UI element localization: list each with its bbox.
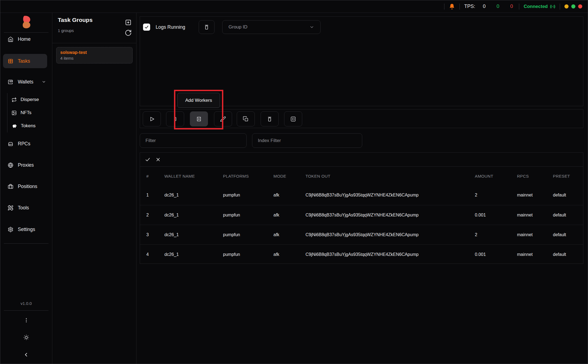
duplicate-worker-button[interactable] bbox=[237, 111, 255, 126]
column-header-rpcs: RPCS bbox=[517, 174, 553, 178]
table-header-row: # WALLET NAME PLATFORMS MODE TOKEN OUT A… bbox=[140, 167, 583, 185]
home-icon bbox=[8, 36, 13, 42]
edit-worker-button[interactable] bbox=[214, 111, 232, 126]
sidebar-item-label: Tokens bbox=[21, 123, 36, 129]
sidebar-item-label: Tools bbox=[18, 205, 29, 211]
sidebar-item-positions[interactable]: Positions bbox=[0, 181, 52, 192]
braces-icon bbox=[290, 116, 296, 122]
cell-num: 3 bbox=[146, 232, 164, 237]
add-workers-button[interactable] bbox=[190, 111, 208, 126]
topbar-divider bbox=[444, 4, 444, 10]
cell-mode: afk bbox=[273, 193, 306, 198]
cell-token-out: C9jNi6B8qB37sBuYjgAs935tqqWZYNHE4ZkEN6CA… bbox=[306, 193, 475, 198]
column-header-amount: AMOUNT bbox=[475, 174, 517, 178]
sidebar-item-settings[interactable]: Settings bbox=[0, 224, 52, 235]
tasks-grid-icon bbox=[8, 58, 13, 64]
refresh-groups-button[interactable] bbox=[125, 29, 132, 36]
task-group-item-count: 4 items bbox=[60, 56, 129, 61]
logs-running-checkbox[interactable] bbox=[143, 24, 150, 31]
add-group-button[interactable] bbox=[125, 19, 132, 26]
table-row[interactable]: 2 dc26_1 pumpfun afk C9jNi6B8qB37sBuYjgA… bbox=[140, 205, 583, 225]
index-filter-input[interactable] bbox=[252, 133, 362, 148]
selection-action-bar bbox=[140, 153, 583, 167]
sidebar-item-proxies[interactable]: Proxies bbox=[0, 160, 52, 171]
pen-icon bbox=[220, 116, 226, 122]
theme-toggle-button[interactable] bbox=[0, 334, 52, 340]
globe-icon bbox=[8, 162, 13, 168]
sidebar-item-label: NFTs bbox=[21, 110, 32, 115]
topbar-divider bbox=[459, 4, 460, 10]
app-version: v1.0.0 bbox=[0, 301, 52, 306]
sidebar-item-label: Positions bbox=[18, 184, 37, 189]
maximize-window-button[interactable] bbox=[571, 4, 575, 8]
delete-logs-button[interactable] bbox=[199, 20, 215, 34]
chevron-down-icon bbox=[309, 25, 314, 30]
cell-preset: default bbox=[553, 252, 583, 257]
sidebar-item-tokens[interactable]: Tokens bbox=[7, 119, 52, 132]
cell-wallet-name: dc26_1 bbox=[164, 232, 223, 237]
edit-json-button[interactable] bbox=[284, 111, 302, 126]
column-header-wallet-name: WALLET NAME bbox=[164, 174, 223, 178]
add-square-icon bbox=[196, 116, 202, 122]
task-groups-title: Task Groups bbox=[58, 17, 93, 23]
minimize-window-button[interactable] bbox=[564, 4, 569, 8]
task-group-item[interactable]: solswap-test 4 items bbox=[56, 47, 133, 63]
filter-input[interactable] bbox=[140, 133, 247, 148]
top-status-bar: TPS: 0 0 0 Connected bbox=[0, 0, 588, 13]
topbar-divider bbox=[519, 4, 519, 10]
cell-rpcs: mainnet bbox=[517, 232, 553, 237]
stop-square-icon bbox=[172, 116, 178, 122]
sidebar-item-label: Tasks bbox=[18, 58, 30, 64]
cell-amount: 0.001 bbox=[475, 252, 517, 257]
confirm-selection-button[interactable] bbox=[144, 156, 151, 163]
task-groups-panel: Task Groups 1 groups solswap-test 4 item… bbox=[52, 13, 136, 364]
sidebar-item-nfts[interactable]: NFTs bbox=[7, 106, 52, 119]
tools-icon bbox=[8, 205, 13, 211]
cell-wallet-name: dc26_1 bbox=[164, 252, 223, 257]
sidebar-item-label: Home bbox=[18, 36, 31, 42]
tooltip-label: Add Workers bbox=[185, 98, 212, 103]
start-workers-button[interactable] bbox=[143, 111, 161, 126]
briefcase-icon bbox=[8, 184, 13, 189]
task-group-name: solswap-test bbox=[60, 50, 129, 56]
add-workers-tooltip: Add Workers bbox=[177, 93, 220, 108]
notifications-bell-icon[interactable] bbox=[449, 3, 455, 10]
topbar-divider bbox=[560, 4, 560, 10]
signal-icon bbox=[550, 4, 555, 9]
table-row[interactable]: 4 dc26_1 pumpfun afk C9jNi6B8qB37sBuYjgA… bbox=[140, 244, 583, 264]
sun-icon bbox=[23, 334, 29, 340]
hard-drive-icon bbox=[8, 141, 13, 147]
chevron-left-icon bbox=[23, 352, 29, 358]
cell-preset: default bbox=[553, 213, 583, 218]
sidebar-item-tasks[interactable]: Tasks bbox=[3, 54, 47, 68]
sidebar-divider bbox=[4, 243, 48, 244]
cell-num: 2 bbox=[146, 213, 164, 218]
copy-icon bbox=[243, 116, 249, 122]
sidebar-item-disperse[interactable]: Disperse bbox=[7, 93, 52, 106]
cancel-selection-button[interactable] bbox=[155, 156, 161, 163]
cell-platforms: pumpfun bbox=[223, 232, 273, 237]
column-header-num: # bbox=[146, 174, 164, 178]
tps-failed: 0 bbox=[509, 4, 515, 9]
column-header-mode: MODE bbox=[273, 174, 306, 178]
vertical-ellipsis-icon bbox=[23, 317, 29, 323]
sidebar-item-home[interactable]: Home bbox=[0, 34, 52, 45]
cell-platforms: pumpfun bbox=[223, 193, 273, 198]
more-options-button[interactable] bbox=[0, 317, 52, 323]
cell-token-out: C9jNi6B8qB37sBuYjgAs935tqqWZYNHE4ZkEN6CA… bbox=[306, 252, 475, 257]
stop-workers-button[interactable] bbox=[166, 111, 184, 126]
table-row[interactable]: 3 dc26_1 pumpfun afk C9jNi6B8qB37sBuYjgA… bbox=[140, 225, 583, 244]
table-row[interactable]: 1 dc26_1 pumpfun afk C9jNi6B8qB37sBuYjgA… bbox=[140, 185, 583, 205]
sidebar-item-wallets[interactable]: Wallets bbox=[0, 76, 52, 87]
group-id-select[interactable]: Group ID bbox=[222, 20, 321, 34]
tps-success: 0 bbox=[495, 4, 501, 9]
close-window-button[interactable] bbox=[578, 4, 582, 8]
tps-total: 0 bbox=[481, 4, 487, 9]
piggy-bank-icon bbox=[12, 123, 17, 129]
wallets-subgroup: Disperse NFTs Tokens bbox=[7, 93, 52, 132]
collapse-sidebar-button[interactable] bbox=[0, 352, 52, 358]
cell-amount: 2 bbox=[475, 193, 517, 198]
sidebar-item-rpcs[interactable]: RPCs bbox=[0, 138, 52, 149]
sidebar-item-tools[interactable]: Tools bbox=[0, 202, 52, 213]
delete-worker-button[interactable] bbox=[261, 111, 279, 126]
